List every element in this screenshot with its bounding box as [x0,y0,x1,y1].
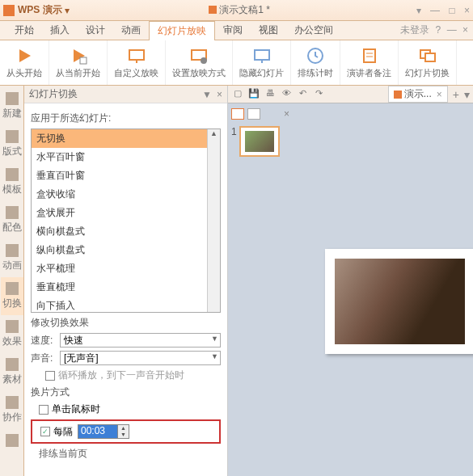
svg-rect-3 [129,50,144,60]
transition-option[interactable]: 水平百叶窗 [32,148,220,166]
spin-down-icon[interactable]: ▼ [118,432,129,438]
transition-option[interactable]: 垂直梳理 [32,278,220,297]
menu-开始[interactable]: 开始 [6,21,42,40]
speed-select[interactable]: 快速▼ [60,333,221,348]
close-button[interactable]: × [464,5,470,16]
redo-icon[interactable]: ↷ [312,88,325,101]
maximize-button[interactable]: □ [449,5,454,16]
slides-view-icon[interactable] [231,108,244,120]
sidebar-item-版式[interactable]: 版式 [1,125,23,163]
minimize-button[interactable]: — [430,5,440,16]
ribbon-label: 从当前开始 [56,67,100,79]
sound-select[interactable]: [无声音]▼ [60,351,221,365]
transition-option[interactable]: 纵向棋盘式 [32,241,220,259]
sidebar-label: 素材 [1,373,23,386]
scroll-up-icon[interactable]: ▲ [208,129,220,141]
ribbon-设置放映方式[interactable]: 设置放映方式 [166,40,233,85]
document-tab[interactable]: 演示...× [388,86,448,103]
doc-icon [209,6,217,14]
app-name: WPS 演示 [18,3,62,17]
sidebar-item-动画[interactable]: 动画 [1,239,23,277]
login-status[interactable]: 未登录 [400,24,429,36]
transition-option[interactable]: 无切换 [32,129,220,148]
apply-label: 应用于所选幻灯片: [31,112,221,125]
slide-image[interactable] [335,259,465,344]
app-icon [3,5,15,16]
ribbon-label: 隐藏幻灯片 [239,67,284,79]
ribbon-演讲者备注[interactable]: 演讲者备注 [340,40,399,85]
sidebar-item-新建[interactable]: 新建 [1,87,23,125]
panel-close-icon[interactable]: × [217,89,222,100]
ribbon-自定义放映[interactable]: 自定义放映 [108,40,166,85]
close-doc-icon[interactable]: × [462,24,468,36]
spin-up-icon[interactable]: ▲ [118,425,129,432]
transition-option[interactable]: 盒状收缩 [32,185,220,204]
menu-插入[interactable]: 插入 [42,21,78,40]
menu-审阅[interactable]: 审阅 [215,21,251,40]
interval-checkbox[interactable]: ✓ [40,427,50,436]
ribbon-隐藏幻灯片[interactable]: 隐藏幻灯片 [233,40,291,85]
screen-icon [127,46,146,65]
ribbon-label: 幻灯片切换 [405,67,450,79]
menu-视图[interactable]: 视图 [251,21,286,40]
ribbon-从当前开始[interactable]: 从当前开始 [49,40,108,85]
dropdown-icon[interactable]: ▾ [416,5,421,16]
outline-view-icon[interactable] [247,108,260,120]
sidebar-item-素材[interactable]: 素材 [1,353,23,391]
sidebar-item-配色[interactable]: 配色 [1,201,23,239]
new-tab-button[interactable]: + [453,88,459,101]
ribbon-label: 从头开始 [6,67,42,79]
chevron-down-icon[interactable]: ▼ [211,335,218,343]
transition-option[interactable]: 向下插入 [32,297,220,313]
slide[interactable] [325,249,473,354]
slide-thumbnail[interactable]: 1 [231,126,289,157]
transition-option[interactable]: 垂直百叶窗 [32,166,220,185]
thumb-close-icon[interactable]: × [284,108,289,120]
undo-icon[interactable]: ↶ [296,88,309,101]
save-icon[interactable]: 💾 [247,88,260,101]
sidebar-item-切换[interactable]: 切换 [1,277,23,315]
scrollbar[interactable]: ▲ [207,129,220,312]
transition-option[interactable]: 盒状展开 [32,204,220,222]
ribbon-幻灯片切换[interactable]: 幻灯片切换 [399,40,457,85]
interval-value[interactable]: 00:03 [78,424,118,439]
chevron-down-icon[interactable]: ▼ [211,352,218,360]
print-icon[interactable]: 🖶 [264,88,277,101]
slide-editor[interactable] [293,103,473,476]
transition-option[interactable]: 横向棋盘式 [32,222,220,241]
sidebar-item-效果[interactable]: 效果 [1,315,23,353]
min-ribbon-icon[interactable]: — [447,24,457,36]
help-icon[interactable]: ? [436,24,441,36]
on-click-checkbox[interactable] [39,405,49,415]
title-bar: WPS 演示 ▾ 演示文稿1 * ▾ — □ × [0,0,473,21]
loop-checkbox[interactable] [45,371,55,381]
svg-rect-2 [80,57,87,64]
new-icon[interactable]: ▢ [231,88,244,101]
menubar-right: 未登录 ? — × [397,23,473,37]
tab-menu-icon[interactable]: ▾ [464,88,470,101]
preview-icon[interactable]: 👁 [280,88,293,101]
svg-rect-10 [364,49,375,62]
panel-dropdown-icon[interactable]: ▼ [202,89,212,100]
transition-option[interactable]: 水平梳理 [32,259,220,278]
sidebar-item-模板[interactable]: 模板 [1,163,23,201]
menu-办公空间[interactable]: 办公空间 [286,21,341,40]
interval-label: 每隔 [53,425,73,439]
sidebar-item-[interactable] [1,429,23,453]
ribbon-排练计时[interactable]: 排练计时 [291,40,340,85]
ribbon-从头开始[interactable]: 从头开始 [0,40,49,85]
sidebar-icon [6,168,19,181]
tab-close-icon[interactable]: × [437,89,442,100]
menu-幻灯片放映[interactable]: 幻灯片放映 [149,21,215,40]
on-click-label: 单击鼠标时 [52,402,100,416]
menu-设计[interactable]: 设计 [78,21,113,40]
sidebar-label: 新建 [1,107,23,120]
sidebar-icon [6,320,19,333]
sidebar-item-协作[interactable]: 协作 [1,391,23,429]
thumbnail-image [245,131,274,152]
transition-listbox[interactable]: 无切换水平百叶窗垂直百叶窗盒状收缩盒状展开横向棋盘式纵向棋盘式水平梳理垂直梳理向… [31,128,221,313]
thumbnail-column: × 1 [228,103,293,476]
menu-动画[interactable]: 动画 [113,21,149,40]
interval-spinner[interactable]: 00:03 ▲▼ [78,424,129,439]
sidebar-label: 模板 [1,183,23,196]
